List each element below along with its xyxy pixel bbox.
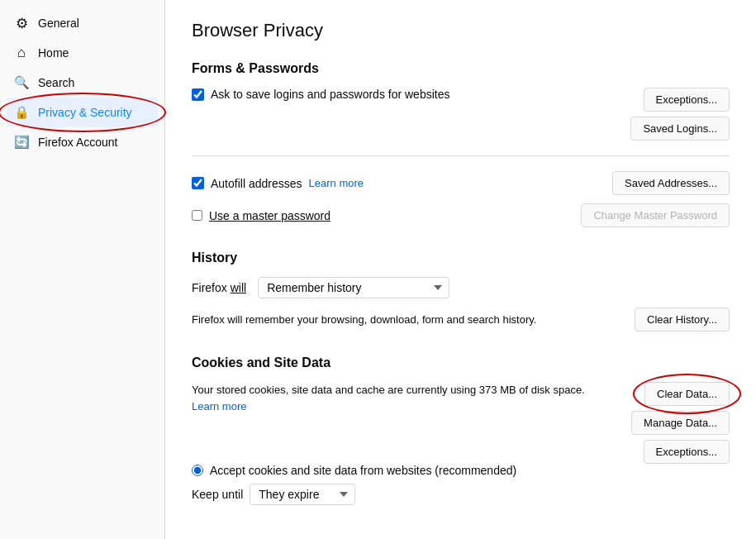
sidebar-item-label: Privacy & Security xyxy=(38,106,132,119)
sidebar-item-label: Home xyxy=(38,46,69,60)
accept-cookies-label: Accept cookies and site data from websit… xyxy=(210,464,516,477)
firefox-will-word: will xyxy=(231,281,246,294)
history-desc-row: Firefox will remember your browsing, dow… xyxy=(192,307,730,332)
cookies-description: Your stored cookies, site data and cache… xyxy=(192,382,618,414)
cookies-learn-more[interactable]: Learn more xyxy=(192,400,246,413)
divider-1 xyxy=(192,155,730,156)
sidebar-item-search[interactable]: Search xyxy=(0,68,164,98)
saved-logins-button[interactable]: Saved Logins... xyxy=(630,117,730,141)
autofill-label[interactable]: Autofill addresses Learn more xyxy=(192,177,612,190)
home-icon xyxy=(13,45,30,61)
manage-data-button[interactable]: Manage Data... xyxy=(631,411,730,435)
autofill-text: Autofill addresses xyxy=(211,177,302,190)
sidebar-item-label: Firefox Account xyxy=(38,136,118,149)
forms-btn-group: Exceptions... Saved Logins... xyxy=(630,88,730,141)
autofill-checkbox[interactable] xyxy=(192,177,204,189)
ask-save-left: Ask to save logins and passwords for web… xyxy=(192,88,630,109)
forms-passwords-section: Forms & Passwords Ask to save logins and… xyxy=(192,61,730,227)
cookies-section: Cookies and Site Data Your stored cookie… xyxy=(192,355,730,505)
ask-save-checkbox[interactable] xyxy=(192,88,204,101)
sidebar-item-firefox-account[interactable]: Firefox Account xyxy=(0,127,164,157)
page-title: Browser Privacy xyxy=(192,20,730,41)
ask-save-label[interactable]: Ask to save logins and passwords for web… xyxy=(192,88,630,101)
cookies-top-row: Your stored cookies, site data and cache… xyxy=(192,382,730,464)
clear-data-button[interactable]: Clear Data... xyxy=(644,382,730,406)
sidebar-item-label: General xyxy=(38,17,79,30)
sidebar-item-home[interactable]: Home xyxy=(0,38,164,68)
sidebar-item-privacy[interactable]: Privacy & Security xyxy=(7,98,158,127)
accept-cookies-radio[interactable] xyxy=(192,465,203,476)
history-select[interactable]: Remember history Never remember history … xyxy=(258,277,449,298)
sidebar-item-general[interactable]: General xyxy=(0,8,164,38)
history-section: History Firefox will Remember history Ne… xyxy=(192,250,730,332)
sync-icon xyxy=(13,134,30,150)
ask-save-row: Ask to save logins and passwords for web… xyxy=(192,88,730,141)
lock-icon xyxy=(13,104,30,121)
cookies-title: Cookies and Site Data xyxy=(192,355,730,370)
cookies-exceptions-button[interactable]: Exceptions... xyxy=(644,440,730,464)
keep-until-select[interactable]: They expire I close Firefox xyxy=(250,484,355,505)
keep-until-label: Keep until xyxy=(192,488,243,501)
history-select-row: Firefox will Remember history Never reme… xyxy=(192,277,730,298)
history-description: Firefox will remember your browsing, dow… xyxy=(192,313,536,326)
change-master-password-button[interactable]: Change Master Password xyxy=(581,203,730,227)
exceptions-button[interactable]: Exceptions... xyxy=(644,88,730,112)
cookies-left: Your stored cookies, site data and cache… xyxy=(192,382,618,422)
sidebar: General Home Search Privacy & Security F… xyxy=(0,0,165,539)
accept-cookies-row: Accept cookies and site data from websit… xyxy=(192,464,730,477)
history-left: Firefox will Remember history Never reme… xyxy=(192,277,449,298)
sidebar-item-label: Search xyxy=(38,76,74,89)
saved-addresses-button[interactable]: Saved Addresses... xyxy=(612,171,730,195)
forms-passwords-title: Forms & Passwords xyxy=(192,61,730,76)
keep-until-row: Keep until They expire I close Firefox xyxy=(192,484,730,505)
cookies-desc-text: Your stored cookies, site data and cache… xyxy=(192,384,585,396)
master-password-label[interactable]: Use a master password xyxy=(192,209,330,222)
ask-save-text: Ask to save logins and passwords for web… xyxy=(211,88,449,101)
clear-history-button[interactable]: Clear History... xyxy=(635,308,730,332)
search-icon xyxy=(13,74,30,91)
autofill-learn-more[interactable]: Learn more xyxy=(309,177,364,189)
firefox-will-prefix: Firefox will xyxy=(192,281,246,294)
clear-data-circle: Clear Data... xyxy=(644,382,730,406)
master-password-row: Use a master password Change Master Pass… xyxy=(192,203,730,227)
history-title: History xyxy=(192,250,730,265)
cookies-btn-group: Clear Data... Manage Data... Exceptions.… xyxy=(631,382,730,464)
master-password-text: Use a master password xyxy=(209,209,330,222)
gear-icon xyxy=(13,15,30,31)
main-content: Browser Privacy Forms & Passwords Ask to… xyxy=(165,0,756,539)
master-password-checkbox[interactable] xyxy=(192,210,202,221)
